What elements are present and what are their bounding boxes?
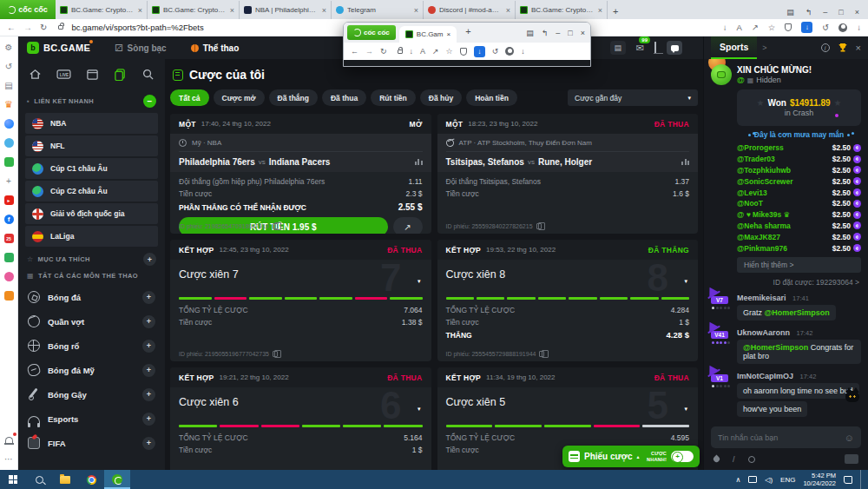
games-icon[interactable] <box>4 157 14 167</box>
download-manager-icon[interactable]: ↓ <box>801 22 812 33</box>
rain-recipient-row[interactable]: @Tozphkiuhwb $2.50 ¢ <box>737 165 861 176</box>
restore-tab-icon[interactable]: ↰ <box>806 8 812 17</box>
rain-recipient-row[interactable]: @Levi13 $2.50 ¢ <box>737 187 861 198</box>
new-tab-button[interactable]: + <box>613 6 618 17</box>
tab-search-icon[interactable]: ▤ <box>526 29 534 37</box>
sale-calendar-icon[interactable]: 25 <box>4 234 14 243</box>
expand-sport-button[interactable]: + <box>142 291 155 304</box>
chevron-down-icon[interactable]: ▾ <box>684 278 687 285</box>
facebook-icon[interactable]: f <box>4 215 14 224</box>
notification-bell-icon[interactable] <box>3 434 15 446</box>
forward-button[interactable]: → <box>23 23 32 32</box>
bookmark-star-icon[interactable]: ☆ <box>768 23 776 32</box>
translate-icon[interactable]: A <box>736 23 741 32</box>
filter-pill[interactable]: Tất cả <box>170 89 209 106</box>
sort-dropdown[interactable]: Cược gần đây ▾ <box>568 89 698 106</box>
shopping-cart-icon[interactable] <box>4 291 14 301</box>
browser-tab[interactable]: Discord | #mod-announc × <box>424 1 516 19</box>
gift-icon[interactable] <box>4 253 14 262</box>
quick-link-item[interactable]: Cúp C1 châu Âu <box>25 158 158 179</box>
filter-pill[interactable]: Đã thắng <box>269 89 318 106</box>
forward-button[interactable]: → <box>365 47 373 56</box>
feed-icon[interactable]: ▤ <box>3 80 15 91</box>
rain-bet-id[interactable]: ID đặt cược: 192293064 > <box>711 278 859 287</box>
rain-recipient-row[interactable]: @SonicScrewer $2.50 ¢ <box>737 175 861 187</box>
minimize-button[interactable]: – <box>556 29 560 37</box>
live-icon[interactable]: LIVE <box>56 69 71 80</box>
chat-input-box[interactable]: ☺ <box>711 426 861 448</box>
coccoc-taskbar-icon[interactable] <box>104 470 130 489</box>
filter-pill[interactable]: Đã hủy <box>420 89 462 106</box>
history-icon[interactable]: ↺ <box>3 61 15 72</box>
rain-username[interactable]: @Prorogerss <box>737 143 784 152</box>
rain-username[interactable]: @ ♥ Mike39s ♛ <box>737 210 790 219</box>
mention[interactable]: @HomerSimpson <box>743 343 808 352</box>
info-icon[interactable]: i <box>821 43 830 52</box>
filter-pill[interactable]: Cược mở <box>214 89 265 106</box>
close-button[interactable]: × <box>855 8 859 17</box>
chevron-right-icon[interactable]: > <box>762 43 766 52</box>
adblock-shield-icon[interactable] <box>785 23 792 31</box>
language-indicator[interactable]: ENG <box>780 476 795 484</box>
chat-toggle-icon[interactable] <box>667 41 682 55</box>
search-icon[interactable] <box>141 68 155 81</box>
wallet-icon[interactable]: ▤ <box>610 41 626 55</box>
browser-tab[interactable]: BC.Game: Crypto Casino Gam × <box>516 1 608 19</box>
youtube-icon[interactable]: ▸ <box>4 195 14 205</box>
clock[interactable]: 5:42 PM 10/24/2022 <box>803 472 836 488</box>
tray-expand-icon[interactable]: ∧ <box>735 476 740 484</box>
rain-username[interactable]: @NooT <box>737 199 763 208</box>
rain-recipient-row[interactable]: @MaxJK827 $2.50 ¢ <box>737 231 861 242</box>
expand-sport-button[interactable]: + <box>142 388 155 401</box>
rain-icon[interactable] <box>713 455 721 464</box>
mention[interactable]: @HomerSimpson <box>765 308 830 317</box>
rain-username[interactable]: @Tozphkiuhwb <box>737 166 791 175</box>
restore-tab-icon[interactable]: ↰ <box>542 29 549 37</box>
rain-username[interactable]: @SonicScrewer <box>737 177 793 186</box>
downloads-icon[interactable]: ↓ <box>857 23 861 32</box>
show-desktop-button[interactable] <box>860 470 863 489</box>
share-icon[interactable]: ↗ <box>432 47 439 56</box>
chevron-down-icon[interactable]: ▾ <box>684 406 687 413</box>
quick-link-item[interactable]: NFL <box>25 135 158 156</box>
add-shortcut-icon[interactable]: + <box>3 175 15 187</box>
sport-item[interactable]: Bóng đá + <box>25 285 158 309</box>
sport-item[interactable]: Bóng đá Mỹ + <box>25 358 158 382</box>
reload-button[interactable]: ↻ <box>380 47 387 56</box>
pink-app-icon[interactable] <box>4 272 14 281</box>
network-icon[interactable] <box>748 476 757 483</box>
chat-tab-sports[interactable]: Sports <box>711 36 757 59</box>
adblock-shield-icon[interactable] <box>460 48 467 56</box>
extensions-icon[interactable]: ↺ <box>492 47 499 56</box>
profile-avatar-icon[interactable] <box>505 47 514 56</box>
messenger-icon[interactable] <box>4 119 14 129</box>
copy-icon[interactable] <box>539 351 544 357</box>
coccoc-menu-button[interactable]: cốc cốc <box>0 0 56 19</box>
minimize-button[interactable]: – <box>823 8 827 17</box>
rain-recipient-row[interactable]: @Trader03 $2.50 ¢ <box>737 154 861 165</box>
stats-icon[interactable] <box>681 159 689 165</box>
nav-casino[interactable]: ⚂ Sòng bạc <box>115 43 167 54</box>
add-favorite-button[interactable]: + <box>143 253 156 266</box>
social-icon[interactable] <box>4 138 14 148</box>
sport-item[interactable]: FIFA + <box>25 431 158 455</box>
my-bets-icon[interactable] <box>114 68 127 81</box>
tab-close-icon[interactable]: × <box>230 6 234 15</box>
sport-item[interactable]: Esports + <box>25 406 158 431</box>
save-page-icon[interactable]: ↓ <box>410 47 414 56</box>
chat-username[interactable]: UknowAaronn <box>737 328 790 337</box>
chevron-down-icon[interactable]: ▾ <box>418 278 421 285</box>
commands-icon[interactable]: / <box>733 455 735 464</box>
match-row[interactable]: Philadelphia 76ers vs Indiana Pacers <box>179 152 423 172</box>
save-page-icon[interactable]: ↓ <box>723 23 727 32</box>
chat-username[interactable]: ImNotCapImOJ <box>737 372 793 380</box>
chat-input[interactable] <box>718 433 845 442</box>
taskbar-search-icon[interactable] <box>26 470 52 489</box>
coinflip-icon[interactable] <box>748 456 755 463</box>
expand-sport-button[interactable]: + <box>142 340 155 353</box>
bcgame-logo[interactable]: b BC.GAME <box>27 42 90 54</box>
sport-item[interactable]: Bóng Gậy + <box>25 382 158 406</box>
browser-tab[interactable]: BC.Game: Crypto Casino Gam × <box>56 1 148 19</box>
coccoc-menu-button[interactable]: cốc cốc <box>347 25 396 40</box>
bell-icon[interactable] <box>654 43 656 53</box>
